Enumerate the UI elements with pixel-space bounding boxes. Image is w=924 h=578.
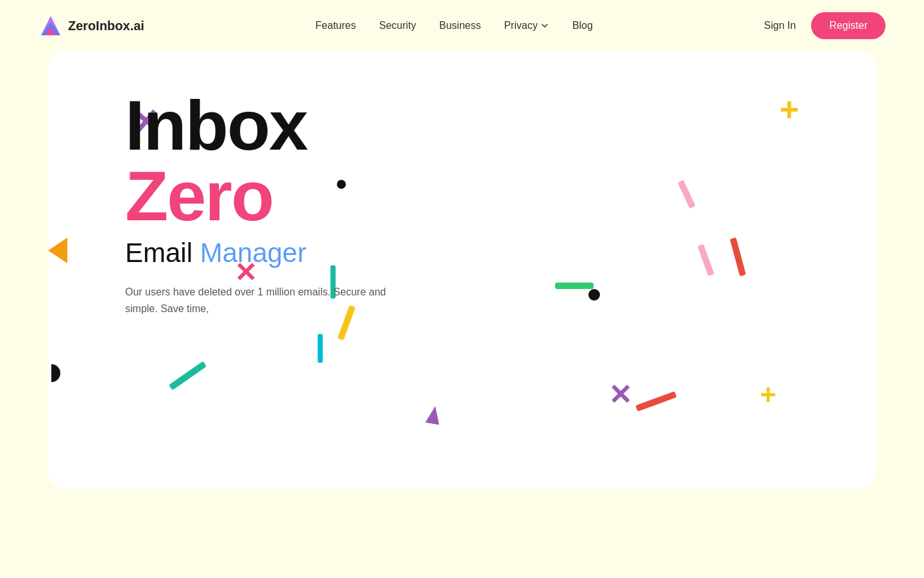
navbar: ZeroInbox.ai Features Security Business … <box>0 0 924 51</box>
hero-card: ✕ + ✕ ✕ + Inbox Zero Email Manager Our u… <box>48 51 876 488</box>
nav-security[interactable]: Security <box>379 20 416 31</box>
purple-x-bottom-decoration: ✕ <box>608 378 632 411</box>
nav-business[interactable]: Business <box>440 20 481 31</box>
black-dot-left-decoration <box>51 364 60 382</box>
orange-bar-bottom-right-decoration <box>635 391 677 412</box>
navbar-actions: Sign In Register <box>764 12 886 39</box>
hero-section: ✕ + ✕ ✕ + Inbox Zero Email Manager Our u… <box>0 51 924 514</box>
hero-inbox-text: Inbox <box>125 90 459 161</box>
yellow-plus-bottom-decoration: + <box>760 379 776 411</box>
purple-triangle-bottom-decoration <box>425 405 443 425</box>
register-button[interactable]: Register <box>811 12 886 39</box>
hero-zero-text: Zero <box>125 161 459 231</box>
nav-links: Features Security Business Privacy Blog <box>316 20 593 31</box>
manager-highlight: Manager <box>200 238 307 268</box>
black-dot-right-decoration <box>588 289 600 301</box>
nav-privacy[interactable]: Privacy <box>504 20 549 31</box>
brand-logo[interactable]: ZeroInbox.ai <box>38 13 144 38</box>
pink-rect-top-right-decoration <box>678 180 696 209</box>
sign-in-button[interactable]: Sign In <box>764 20 796 31</box>
pink-rect-mid-right-decoration <box>697 244 714 276</box>
green-bar-bottom-right-decoration <box>555 283 594 289</box>
brand-name: ZeroInbox.ai <box>68 19 144 33</box>
nav-features[interactable]: Features <box>316 20 356 31</box>
hero-description: Our users have deleted over 1 million em… <box>125 284 414 317</box>
cyan-bar-bottom-mid-decoration <box>318 334 323 363</box>
red-rect-mid-right-decoration <box>730 238 746 277</box>
green-bar-bottom-left-decoration <box>169 361 207 390</box>
hero-text: Inbox Zero Email Manager Our users have … <box>125 90 459 317</box>
orange-triangle-decoration <box>48 238 67 263</box>
chevron-down-icon <box>540 21 549 30</box>
yellow-plus-top-decoration: + <box>780 90 799 128</box>
hero-email-manager-text: Email Manager <box>125 238 459 268</box>
nav-blog[interactable]: Blog <box>572 20 593 31</box>
logo-icon <box>38 13 63 38</box>
